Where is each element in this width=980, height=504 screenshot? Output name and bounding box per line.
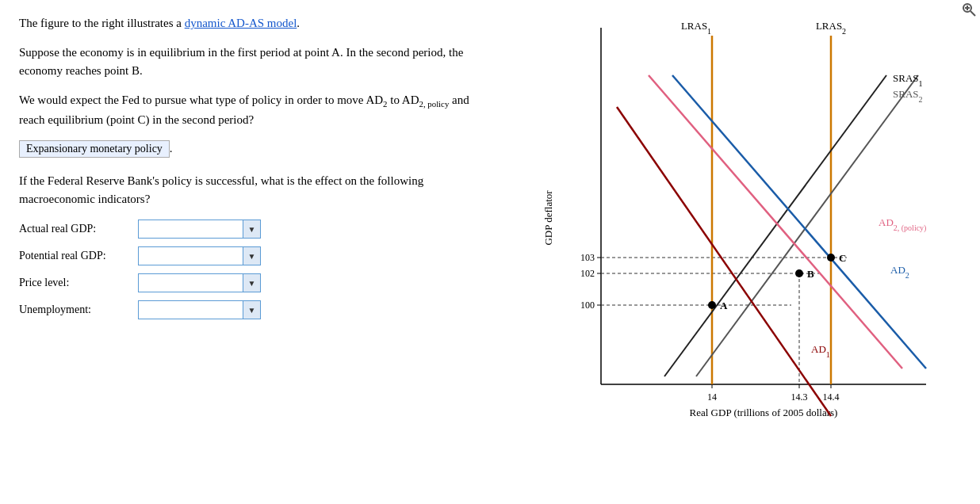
sras2-label: SRAS2	[893, 88, 923, 104]
chart-svg: GDP deflator Real GDP (trillions of 2005…	[538, 12, 942, 432]
potential-gdp-select[interactable]: ▼	[138, 246, 261, 265]
intro-text-before: The figure to the right illustrates a	[19, 17, 185, 29]
label-actual-gdp: Actual real GDP:	[19, 223, 138, 235]
potential-gdp-value	[139, 247, 243, 265]
ad2policy-line	[649, 75, 902, 368]
price-level-select[interactable]: ▼	[138, 273, 261, 292]
y-label-103: 103	[580, 252, 595, 263]
para1: Suppose the economy is in equilibrium in…	[19, 44, 473, 81]
dynamic-model-link[interactable]: dynamic AD-AS model	[185, 17, 297, 29]
lras2-label: LRAS2	[816, 20, 846, 36]
answer-box: Expansionary monetary policy	[19, 140, 170, 158]
dropdown-row-gdp: Actual real GDP: ▼	[19, 220, 473, 239]
label-potential-gdp: Potential real GDP:	[19, 250, 138, 262]
svg-line-1	[970, 11, 975, 16]
y-label-100: 100	[580, 300, 595, 311]
y-axis-label: GDP deflator	[542, 190, 554, 246]
period: .	[170, 142, 173, 155]
actual-gdp-select[interactable]: ▼	[138, 220, 261, 239]
actual-gdp-arrow[interactable]: ▼	[243, 220, 260, 238]
point-c	[827, 254, 835, 262]
ad2-label: AD2	[890, 264, 909, 280]
y-label-102: 102	[580, 268, 595, 279]
price-level-value	[139, 274, 243, 292]
para3: If the Federal Reserve Bank's policy is …	[19, 172, 473, 209]
point-b-label: B	[807, 268, 814, 280]
point-a	[708, 301, 716, 309]
dropdown-row-unemployment: Unemployment: ▼	[19, 300, 473, 319]
ad1-label: AD1	[811, 343, 830, 359]
x-label-14-4: 14.4	[823, 391, 840, 403]
unemployment-arrow[interactable]: ▼	[243, 301, 260, 319]
dropdown-row-potential-gdp: Potential real GDP: ▼	[19, 246, 473, 265]
para2-text1: We would expect the Fed to pursue what t…	[19, 94, 469, 126]
para2: We would expect the Fed to pursue what t…	[19, 91, 473, 129]
answer-wrapper: Expansionary monetary policy.	[19, 140, 473, 158]
unemployment-value	[139, 301, 243, 319]
price-level-arrow[interactable]: ▼	[243, 274, 260, 292]
intro-paragraph: The figure to the right illustrates a dy…	[19, 14, 473, 32]
point-c-label: C	[839, 252, 846, 264]
ad1-line	[617, 107, 831, 416]
label-unemployment: Unemployment:	[19, 304, 138, 316]
sras1-label: SRAS1	[893, 72, 923, 88]
intro-text-end: .	[297, 17, 300, 29]
lras1-label: LRAS1	[681, 20, 711, 36]
ad2policy-label: AD2, (policy)	[879, 216, 926, 233]
sras1-line	[664, 75, 886, 376]
point-a-label: A	[720, 300, 728, 311]
dropdowns-section: Actual real GDP: ▼ Potential real GDP: ▼…	[19, 220, 473, 319]
unemployment-select[interactable]: ▼	[138, 300, 261, 319]
x-label-14: 14	[707, 391, 717, 403]
left-panel: The figure to the right illustrates a dy…	[0, 0, 492, 504]
x-axis-label: Real GDP (trillions of 2005 dollars)	[690, 407, 838, 418]
point-b	[795, 269, 803, 277]
label-price-level: Price level:	[19, 277, 138, 289]
chart-area: GDP deflator Real GDP (trillions of 2005…	[538, 12, 942, 432]
zoom-icon[interactable]	[961, 2, 978, 19]
potential-gdp-arrow[interactable]: ▼	[243, 247, 260, 265]
x-label-14-3: 14.3	[791, 391, 808, 403]
dropdown-row-price-level: Price level: ▼	[19, 273, 473, 292]
actual-gdp-value	[139, 220, 243, 238]
right-panel: GDP deflator Real GDP (trillions of 2005…	[492, 0, 980, 504]
